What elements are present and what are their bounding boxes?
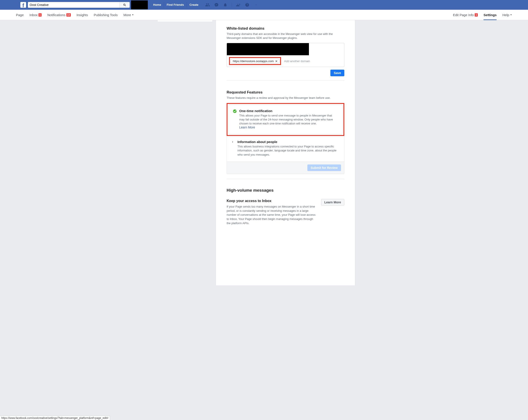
status-approved-icon [233,109,237,129]
search-icon [123,3,126,7]
remove-domain-icon[interactable]: ✕ [275,59,278,63]
whitelist-desc: Third-party domains that are accessible … [227,32,344,40]
submit-for-review-button[interactable]: Submit for Review [307,164,341,171]
topbar: f Home Find Friends Create [0,0,528,10]
tab-edit-page-info[interactable]: Edit Page Info 1 [453,10,478,20]
domain-row: https://demostore.oostapps.com ✕ Add ano… [227,55,344,67]
whitelist-title: White-listed domains [227,26,344,31]
tab-notifications-label: Notifications [47,13,65,17]
domain-chip-label: https://demostore.oostapps.com [233,59,274,63]
chevron-down-icon: ▼ [132,14,134,16]
feature-footer: Submit for Review [227,162,344,174]
tab-help[interactable]: Help ▼ [502,10,512,20]
feature-card-2: Information about people This allows bus… [227,136,344,162]
chevron-right-icon [231,140,235,157]
notifications-badge: 13 [66,13,71,17]
highlight-box: https://demostore.oostapps.com ✕ [229,57,281,65]
quick-help-icon[interactable] [236,2,241,7]
chevron-down-icon: ▼ [510,14,512,16]
page-nav: Page Inbox 1 Notifications 13 Insights P… [0,10,528,20]
nav-find-friends[interactable]: Find Friends [164,2,187,8]
hv-title: High-volume messages [227,188,344,193]
notifications-icon[interactable] [223,2,228,7]
nav-create[interactable]: Create [187,2,201,8]
tab-page[interactable]: Page [16,10,24,20]
right-gutter [355,20,384,285]
account-menu-icon[interactable] [254,2,258,7]
main: White-listed domains Third-party domains… [0,20,528,285]
save-button[interactable]: Save [330,70,344,76]
feature-title: One-time notification [239,109,338,113]
learn-more-button[interactable]: Learn More [321,199,344,205]
feature-one-time-notification[interactable]: One-time notification This allows your P… [228,105,342,134]
feature-desc: This allows business integrations connec… [238,145,340,157]
hv-desc: If your Page sends too many messages on … [227,205,317,226]
divider [227,80,344,80]
high-volume-section: High-volume messages Keep your access to… [227,188,344,226]
help-icon[interactable] [245,2,250,7]
top-icons [205,2,258,7]
whitelist-box: https://demostore.oostapps.com ✕ Add ano… [227,43,344,67]
hv-subtitle: Keep your access to Inbox [227,199,317,203]
tab-settings[interactable]: Settings [483,10,497,20]
search-wrap [28,2,130,8]
edit-page-badge: 1 [475,13,478,17]
feature-highlight: One-time notification This allows your P… [227,103,344,136]
tab-insights[interactable]: Insights [77,10,88,20]
learn-more-link[interactable]: Learn More [239,125,338,129]
tab-help-label: Help [502,13,509,17]
messenger-icon[interactable] [214,2,219,7]
tab-inbox[interactable]: Inbox 1 [29,10,42,20]
redacted-profile-area [131,0,148,9]
left-card-fragment [157,20,213,22]
nav-home[interactable]: Home [150,2,164,8]
top-links: Home Find Friends Create [150,2,201,8]
add-domain-input[interactable]: Add another domain [284,59,310,63]
feature-desc: This allows your Page to send one messag… [239,114,338,126]
requested-title: Requested Features [227,90,344,95]
settings-content: White-listed domains Third-party domains… [216,20,355,285]
search-button[interactable] [120,2,130,8]
tab-more[interactable]: More ▼ [123,10,134,20]
feature-information-about-people[interactable]: Information about people This allows bus… [227,136,344,162]
feature-card-1: One-time notification This allows your P… [228,105,343,134]
domain-chip[interactable]: https://demostore.oostapps.com ✕ [230,58,280,64]
facebook-logo[interactable]: f [20,2,26,8]
redacted-domain-row [227,43,309,55]
left-col [144,20,213,285]
divider [227,179,344,179]
tab-edit-page-info-label: Edit Page Info [453,13,474,17]
requested-desc: These features require a review and appr… [227,96,344,100]
search-input[interactable] [28,2,120,8]
divider [232,3,232,7]
tab-notifications[interactable]: Notifications 13 [47,10,71,20]
inbox-badge: 1 [38,13,42,17]
feature-title: Information about people [238,140,340,144]
tab-inbox-label: Inbox [29,13,38,17]
tab-publishing-tools[interactable]: Publishing Tools [94,10,118,20]
friend-requests-icon[interactable] [205,2,210,7]
tab-more-label: More [123,13,131,17]
